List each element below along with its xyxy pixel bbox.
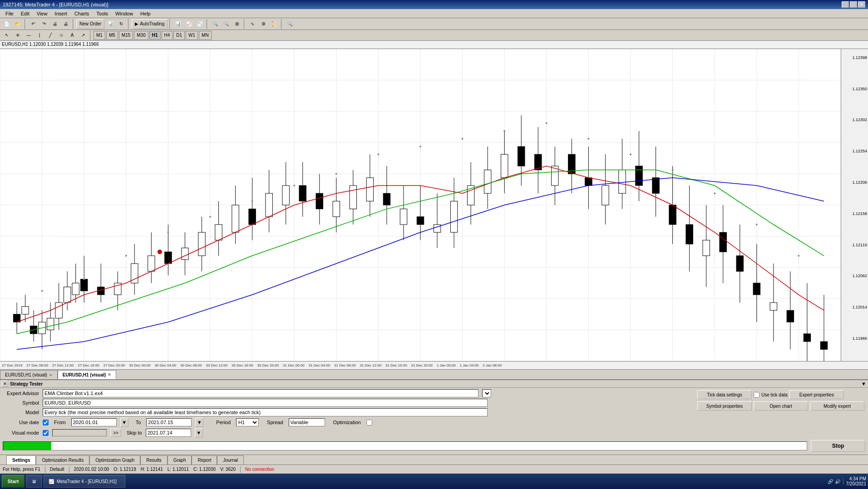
zoom-out-btn[interactable]: 🔍 xyxy=(221,19,231,29)
tf-m5[interactable]: M5 xyxy=(106,31,118,40)
history-btn[interactable]: 📊 xyxy=(105,19,115,29)
menu-file[interactable]: File xyxy=(2,10,17,17)
menu-view[interactable]: View xyxy=(33,10,51,17)
open-chart-btn[interactable]: Open chart xyxy=(754,401,808,411)
taskbar-explorer[interactable]: 🖥 xyxy=(26,475,42,488)
menu-window[interactable]: Window xyxy=(112,10,137,17)
scripts-btn[interactable]: 📜 xyxy=(269,19,279,29)
tf-m30[interactable]: M30 xyxy=(134,31,148,40)
sep2 xyxy=(73,19,74,29)
sep3 xyxy=(240,466,241,473)
to-label: To xyxy=(136,420,141,425)
vline-btn[interactable]: | xyxy=(35,30,44,40)
menu-insert[interactable]: Insert xyxy=(51,10,71,17)
to-input[interactable] xyxy=(146,418,192,426)
menu-charts[interactable]: Charts xyxy=(71,10,93,17)
from-input[interactable] xyxy=(71,418,117,426)
print-btn[interactable]: 🖨 xyxy=(50,19,60,29)
tf-d1[interactable]: D1 xyxy=(173,31,185,40)
to-calendar-btn[interactable]: ▼ xyxy=(195,418,203,427)
zoom-in-btn[interactable]: 🔍 xyxy=(210,19,220,29)
tab-close-1[interactable]: ✕ xyxy=(49,373,53,377)
close-price: C: 1.12030 xyxy=(193,467,216,472)
price-10: 1.11966 xyxy=(852,336,867,341)
new-order-btn[interactable]: New Order xyxy=(76,19,104,29)
skip-to-calendar-btn[interactable]: ▼ xyxy=(195,428,203,437)
refresh-btn[interactable]: ↻ xyxy=(116,19,126,29)
price-3: 1.12302 xyxy=(852,117,867,122)
chart-line-btn[interactable]: 📉 xyxy=(195,19,205,29)
chart-tab-2[interactable]: EURUSD,H1 (visual) ✕ xyxy=(58,370,117,379)
ea-select[interactable] xyxy=(482,389,491,397)
modify-expert-btn[interactable]: Modify expert xyxy=(810,401,864,411)
stop-button[interactable]: Stop xyxy=(811,440,865,452)
hline-btn[interactable]: — xyxy=(24,30,34,40)
tester-expand-btn[interactable]: ▼ xyxy=(861,381,866,386)
cursor-btn[interactable]: ↖ xyxy=(2,30,12,40)
menu-tools[interactable]: Tools xyxy=(93,10,112,17)
text-btn[interactable]: A xyxy=(67,30,77,40)
tab-settings[interactable]: Settings xyxy=(6,455,36,465)
trendline-btn[interactable]: ╱ xyxy=(45,30,55,40)
bottom-tabs: Settings Optimization Results Optimizati… xyxy=(0,455,868,465)
spread-input[interactable] xyxy=(289,418,325,426)
tab-optimization-graph[interactable]: Optimization Graph xyxy=(89,455,140,465)
use-date-checkbox[interactable] xyxy=(43,420,49,425)
tab-close-2[interactable]: ✕ xyxy=(108,372,111,377)
search-btn[interactable]: 🔍 xyxy=(285,19,295,29)
chart-fit-btn[interactable]: ⊞ xyxy=(232,19,242,29)
tester-close-btn[interactable]: ✕ xyxy=(2,381,8,387)
tf-m15[interactable]: M15 xyxy=(119,31,133,40)
fast-forward-btn[interactable]: >> xyxy=(110,429,121,437)
menu-help[interactable]: Help xyxy=(137,10,154,17)
tf-h4[interactable]: H4 xyxy=(162,31,173,40)
tf-w1[interactable]: W1 xyxy=(186,31,198,40)
optimization-checkbox[interactable] xyxy=(366,420,372,425)
arrow-btn[interactable]: ↗ xyxy=(78,30,88,40)
crosshair-btn[interactable]: ✛ xyxy=(13,30,23,40)
menu-edit[interactable]: Edit xyxy=(17,10,33,17)
chart-bar-btn[interactable]: 📊 xyxy=(173,19,183,29)
maximize-btn[interactable]: □ xyxy=(850,1,857,8)
visual-slider[interactable] xyxy=(52,429,107,436)
expert-properties-btn[interactable]: Expert properties xyxy=(789,390,844,399)
clock-sep xyxy=(843,478,843,484)
from-calendar-btn[interactable]: ▼ xyxy=(120,418,128,427)
period-select[interactable]: H1 xyxy=(236,418,259,426)
symbol-input[interactable] xyxy=(43,399,488,407)
undo-btn[interactable]: ↶ xyxy=(28,19,38,29)
auto-trading-btn[interactable]: ▶ AutoTrading xyxy=(132,19,168,29)
progress-bar-container xyxy=(3,441,807,450)
symbol-properties-btn[interactable]: Symbol properties xyxy=(697,401,752,411)
close-btn[interactable]: ✕ xyxy=(858,1,865,8)
tab-journal[interactable]: Journal xyxy=(217,455,244,465)
chart-area[interactable] xyxy=(0,49,841,361)
tf-mn[interactable]: MN xyxy=(199,31,212,40)
tab-graph[interactable]: Graph xyxy=(168,455,192,465)
open-btn[interactable]: 📂 xyxy=(13,19,23,29)
chart-candle-btn[interactable]: 📈 xyxy=(184,19,194,29)
chart-tab-1[interactable]: EURUSD,H1 (visual) ✕ xyxy=(0,370,58,379)
visual-mode-checkbox[interactable] xyxy=(43,430,49,436)
new-btn[interactable]: 📄 xyxy=(2,19,12,29)
tab-report[interactable]: Report xyxy=(192,455,217,465)
tab-optimization-results[interactable]: Optimization Results xyxy=(36,455,89,465)
start-button[interactable]: Start xyxy=(2,475,25,488)
chart-canvas[interactable] xyxy=(0,49,841,361)
fib-btn[interactable]: ⊹ xyxy=(56,30,66,40)
tab-results[interactable]: Results xyxy=(140,455,167,465)
indicators-btn[interactable]: ∿ xyxy=(247,19,257,29)
taskbar-mt4[interactable]: 📈 MetaTrader 4 - [EURUSD,H1] xyxy=(44,475,125,488)
ea-input[interactable] xyxy=(43,389,478,397)
experts-btn[interactable]: ⚙ xyxy=(258,19,268,29)
tf-m1[interactable]: M1 xyxy=(94,31,105,40)
tf-h1[interactable]: H1 xyxy=(149,31,161,40)
model-input[interactable] xyxy=(43,408,488,416)
minimize-btn[interactable]: _ xyxy=(842,1,849,8)
toolbar1: 📄 📂 ↶ ↷ 🖨 🖨 New Order 📊 ↻ ▶ AutoTrading … xyxy=(0,18,868,30)
tick-data-settings-btn[interactable]: Tick data settings xyxy=(697,390,752,399)
skip-to-input[interactable] xyxy=(146,429,191,437)
use-tick-data-checkbox[interactable] xyxy=(754,392,760,398)
print-preview-btn[interactable]: 🖨 xyxy=(61,19,71,29)
redo-btn[interactable]: ↷ xyxy=(39,19,49,29)
